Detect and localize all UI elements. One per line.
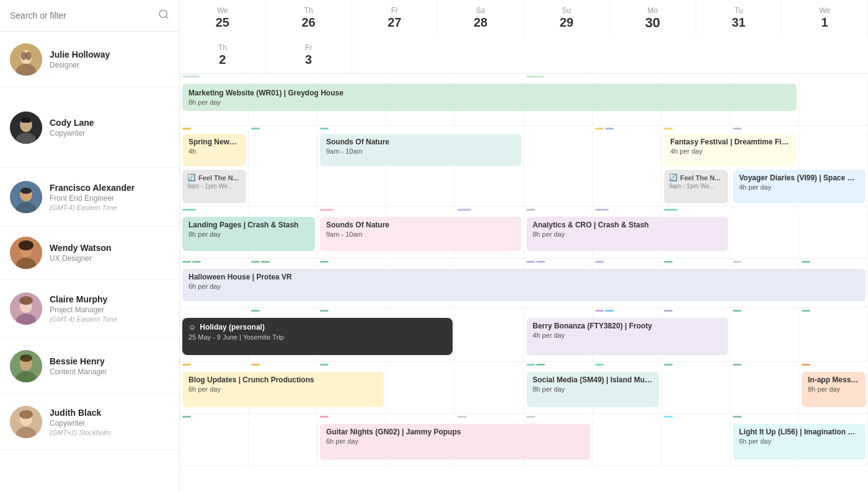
search-icon (158, 9, 169, 22)
person-row-cody: Cody Lane Copywriter (0, 87, 179, 168)
day-cell (730, 212, 799, 258)
calendar-row-judith: Guitar Nights (GN02) | Jammy Popups 6h p… (180, 414, 868, 466)
day-cell (593, 419, 662, 465)
day-header-su29: Su 29 (524, 0, 610, 37)
event-title: Spring Newslett... (188, 138, 240, 146)
event-bessie-blog[interactable]: Blog Updates | Crunch Productions 6h per… (182, 372, 384, 407)
event-sub: 4h (188, 147, 240, 155)
event-julie-marketing[interactable]: Marketing Website (WR01) | Greydog House… (182, 84, 797, 111)
event-cody-feel-left[interactable]: 🔄 Feel The N... 9am - 1pm We... (182, 170, 246, 203)
event-title: Light It Up (LI56) | Imagination Di... (739, 428, 859, 436)
event-sub: 6h per day (188, 283, 859, 290)
event-sub: 9am - 10am (326, 147, 515, 155)
calendar-row-julie: Marketing Website (WR01) | Greydog House… (180, 74, 868, 126)
event-wendy-halloween[interactable]: Halloween House | Protea VR 6h per day (182, 269, 866, 301)
person-name-julie: Julie Holloway (50, 50, 110, 59)
svg-point-14 (20, 188, 32, 194)
person-row-wendy: Wendy Watson UX Designer (0, 227, 179, 279)
app-container: Julie Holloway Designer Cody Lane Copywr… (0, 0, 868, 492)
search-input[interactable] (10, 11, 153, 20)
event-title: Sounds Of Nature (326, 221, 515, 229)
calendar-rows: Marketing Website (WR01) | Greydog House… (180, 74, 868, 492)
event-cody-fantasy[interactable]: Fantasy Festival | Dreamtime Fields 4h p… (664, 134, 797, 166)
day-cell (799, 212, 868, 258)
day-header-th26: Th 26 (266, 0, 352, 37)
day-cell (180, 419, 249, 465)
event-sub: 8h per day (188, 231, 309, 238)
person-role-judith: Copywriter (50, 419, 111, 428)
svg-rect-10 (21, 118, 31, 123)
event-francisco-landing[interactable]: Landing Pages | Crash & Stash 8h per day (182, 217, 315, 251)
event-cody-voyager[interactable]: Voyager Diaries (VI99) | Space Po... 4h … (733, 170, 866, 203)
day-cell (249, 131, 317, 168)
day-header-tu31: Tu 31 (696, 0, 782, 37)
day-header-th2: Th 2 (180, 37, 266, 73)
event-title: Guitar Nights (GN02) | Jammy Popups (326, 428, 584, 436)
event-sub: 8h per day (533, 231, 722, 238)
day-cell (386, 168, 455, 206)
person-row-francisco: Francisco Alexander Front End Engineer (… (0, 168, 179, 227)
person-tz-claire: (GMT-4) Eastern Time (50, 315, 117, 323)
event-cody-feel-right[interactable]: 🔄 Feel The N... 9am - 1pm We... (664, 170, 728, 203)
day-header-mo30: Mo 30 (610, 0, 696, 37)
event-title: Halloween House | Protea VR (188, 273, 859, 281)
calendar-row-wendy: Halloween House | Protea VR 6h per day (180, 259, 868, 308)
sidebar: Julie Holloway Designer Cody Lane Copywr… (0, 0, 180, 492)
person-name-francisco: Francisco Alexander (50, 183, 135, 193)
svg-point-6 (25, 51, 32, 60)
person-info-francisco: Francisco Alexander Front End Engineer (… (50, 183, 135, 211)
svg-point-22 (19, 296, 33, 305)
event-title: Landing Pages | Crash & Stash (188, 221, 309, 229)
event-title: Social Media (SM49) | Island Mus... (533, 376, 653, 384)
day-header-we1: We 1 (782, 0, 868, 37)
event-bessie-social[interactable]: Social Media (SM49) | Island Mus... 8h p… (526, 372, 659, 407)
person-tz-francisco: (GMT-4) Eastern Time (50, 204, 135, 211)
event-sub: 8h per day (808, 385, 859, 393)
person-info-cody: Cody Lane Copywriter (50, 118, 94, 138)
event-cody-sounds[interactable]: Sounds Of Nature 9am - 10am (320, 134, 521, 166)
person-info-julie: Julie Holloway Designer (50, 50, 110, 69)
event-judith-guitar[interactable]: Guitar Nights (GN02) | Jammy Popups 6h p… (320, 424, 590, 460)
event-claire-berry[interactable]: Berry Bonanza (FTY3820) | Frooty 4h per … (526, 318, 728, 355)
event-bessie-inapp[interactable]: In-app Messagi... 8h per day (802, 372, 866, 407)
event-claire-holiday[interactable]: ☺ Holiday (personal) 25 May - 9 June | Y… (182, 318, 453, 355)
avatar-francisco (10, 181, 42, 213)
person-role-claire: Project Manager (50, 305, 117, 314)
day-cell (455, 313, 524, 361)
event-sub: 4h per day (739, 183, 859, 191)
day-cell (524, 168, 593, 206)
day-cell (799, 313, 868, 361)
event-title: Berry Bonanza (FTY3820) | Frooty (533, 322, 722, 330)
calendar-row-cody: Spring Newslett... 4h Sounds Of Nature 9… (180, 126, 868, 207)
event-title: Voyager Diaries (VI99) | Space Po... (739, 174, 859, 182)
day-cell (524, 131, 593, 168)
person-row-judith: Judith Black Copywriter (GMT+2) Stockhol… (0, 394, 179, 450)
person-row-bessie: Bessie Henry Content Manager (0, 338, 179, 394)
svg-point-18 (19, 240, 33, 250)
person-name-judith: Judith Black (50, 408, 111, 418)
person-info-claire: Claire Murphy Project Manager (GMT-4) Ea… (50, 294, 117, 323)
day-cell (730, 313, 799, 361)
event-judith-light[interactable]: Light It Up (LI56) | Imagination Di... 6… (733, 424, 866, 460)
event-sub: 8h per day (533, 385, 653, 393)
person-role-wendy: UX Designer (50, 254, 112, 263)
day-cell (249, 168, 317, 206)
day-cell (662, 367, 730, 413)
svg-line-1 (166, 16, 167, 18)
day-header-we25: We 25 (180, 0, 266, 37)
event-francisco-sounds[interactable]: Sounds Of Nature 9am - 10am (320, 217, 521, 251)
day-cell (455, 367, 524, 413)
event-title: Analytics & CRO | Crash & Stash (533, 221, 722, 229)
event-sub: 8h per day (188, 99, 790, 106)
event-cody-spring[interactable]: Spring Newslett... 4h (182, 134, 246, 166)
day-cell (730, 367, 799, 413)
avatar-wendy (10, 237, 42, 269)
event-sub: 6h per day (326, 437, 584, 445)
event-sub: 9am - 10am (326, 231, 515, 238)
calendar-row-francisco: Landing Pages | Crash & Stash 8h per day… (180, 207, 868, 259)
event-francisco-analytics[interactable]: Analytics & CRO | Crash & Stash 8h per d… (526, 217, 728, 251)
day-cell (662, 419, 730, 465)
event-sub: 6h per day (188, 385, 378, 393)
calendar-row-claire: ☺ Holiday (personal) 25 May - 9 June | Y… (180, 308, 868, 362)
person-name-claire: Claire Murphy (50, 294, 117, 304)
